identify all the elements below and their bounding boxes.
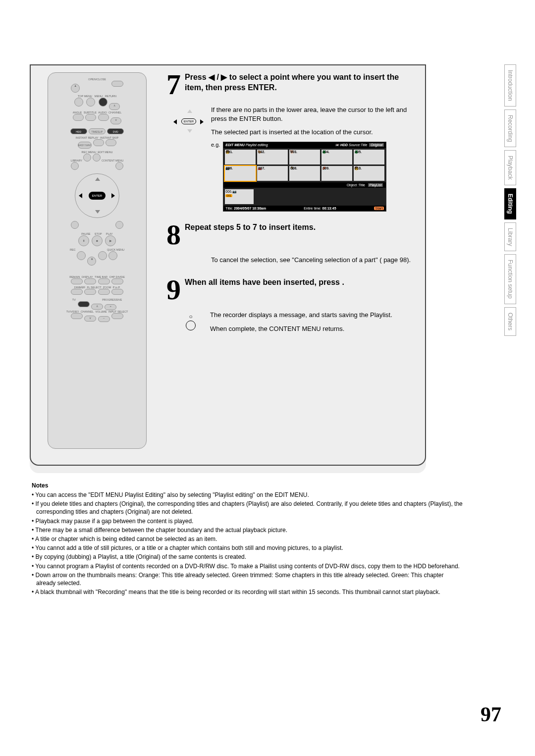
input-select-button [111,313,123,319]
edit-menu-button [93,154,101,162]
star-button: ★ [87,257,96,266]
section-tabs: Introduction Recording Playback Editing … [504,64,517,339]
note-item: Down arrow on the thumbnails means: Oran… [32,571,464,587]
note-item: You cannot program a Playlist of content… [32,562,464,570]
eject-button: ▲ [71,84,80,93]
skip-back-button [71,221,79,229]
thumb-005: 005.🌲 [354,150,384,164]
angle-button [73,114,84,121]
step-7: 7 Press ◀ / ▶ to select a point where yo… [166,72,414,97]
power-button [111,81,123,87]
step-8-desc: To cancel the selection, see "Canceling … [211,256,414,265]
dimmer-button [71,289,83,295]
step-number: 7 [166,72,181,97]
pause-button: ⏸ [78,235,89,246]
return-button [99,98,107,107]
timebar-button [98,278,110,284]
note-item: If you delete titles and chapters (Origi… [32,500,464,516]
library-button [71,162,79,170]
ch-up2-button: ∧ [91,304,103,310]
remain-button [71,278,83,284]
tab-library[interactable]: Library [504,222,516,252]
menu-button [86,98,95,107]
note-item: You cannot add a title of still pictures… [32,544,464,552]
skip-fwd-button [115,221,123,229]
tvvideo-button [71,313,83,319]
ch-down2-button: ∨ [84,316,96,322]
thumb-002: 002.🐎 [257,150,288,164]
quick-menu-button [108,251,117,260]
direction-pad: ENTER [75,173,119,218]
thumb-008: 008.🐧 [289,166,320,181]
pinp-button [111,289,123,295]
object-thumb: 006.📷 001 [225,189,254,204]
thumb-009: 009.⛵ [321,166,352,181]
vol-up-button: + [105,304,116,310]
notes-heading: Notes [32,482,464,489]
step-8: 8 Repeat steps 5 to 7 to insert items. [166,222,414,247]
page-content: OPEN/CLOSE ▲ TOP MENU MENU RETURN [30,64,495,597]
step-9: 9 When all items have been inserted, pre… [166,277,414,302]
top-menu-button [74,98,83,107]
audio-button [98,114,109,121]
tab-others[interactable]: Others [504,307,516,336]
note-item: You can access the "EDIT MENU Playlist E… [32,491,464,499]
thumb-004: 004.🌲 [321,150,352,164]
ch-down-button: ∨ [110,117,121,124]
step-number: 9 [166,277,181,302]
dvd-button: DVD [107,128,124,134]
instant-skip-button [106,139,116,146]
circle-button [98,251,107,260]
thumb-003: 003.🐕 [289,150,320,164]
step-9-title: When all items have been inserted, press… [185,277,414,288]
enter-label: ENTER [181,118,196,124]
right-arrow-icon [111,193,115,198]
step-8-title: Repeat steps 5 to 7 to insert items. [185,222,414,233]
left-arrow-icon [79,193,82,198]
chpdivide-button [111,278,123,284]
easy-navi-button: EASY NAVI [78,142,92,149]
play-button: ▶ [105,235,116,246]
edit-menu-screenshot: EDIT MENU Playlist editing 📼 HDD Source:… [223,142,386,212]
tab-recording[interactable]: Recording [504,109,516,148]
remote-illustration: OPEN/CLOSE ▲ TOP MENU MENU RETURN [38,72,157,449]
step-7-desc-1: If there are no parts in the lower area,… [211,106,414,123]
step-7-title: Press ◀ / ▶ to select a point where you … [185,72,414,93]
lbl: REC [70,248,76,251]
note-item: By copying (dubbing) a Playlist, a title… [32,553,464,561]
note-item: Playback may pause if a gap between the … [32,517,464,525]
lbl: TV [72,298,76,301]
ch-up-button: ∧ [109,103,120,110]
display-button [84,278,96,284]
down-arrow-icon [95,210,100,214]
tab-introduction[interactable]: Introduction [504,64,516,107]
page-number: 97 [481,702,501,726]
thumb-010: 010.🧑 [354,166,384,181]
circle-button-icon: ○ [184,314,197,331]
step-7-desc-2: The selected part is inserted at the loc… [211,128,414,137]
enter-button: ENTER [89,192,106,200]
thumb-001: 001.🧑 [225,150,256,164]
vol-down-button: − [98,316,110,322]
step-number: 8 [166,222,181,247]
step-9-desc-2: When complete, the CONTENT MENU returns. [210,324,414,333]
up-arrow-icon [95,177,100,181]
tab-function-setup[interactable]: Function setup [504,254,516,304]
thumb-006: 006.📷 [225,166,256,181]
hdd-button: HDD [70,128,87,134]
step-9-desc-1: The recorder displays a message, and sta… [210,311,414,320]
content-menu-button [115,162,123,170]
note-item: There may be a small difference between … [32,526,464,534]
tab-playback[interactable]: Playback [504,150,516,185]
flselect-button [84,289,96,295]
stop-button: ■ [92,235,103,246]
notes-section: Notes You can access the "EDIT MENU Play… [30,482,466,596]
zoom-button [98,289,110,295]
thumb-007: 007.🚗 [257,166,288,181]
note-item: A title or chapter which is being edited… [32,535,464,543]
tab-editing[interactable]: Editing [504,188,516,219]
timeslip-button: TIMESLIP [89,128,106,134]
note-item: A black thumbnail with "Recording" means… [32,588,464,596]
tv-power-button [78,301,90,307]
enter-pad-icon: ENTER [169,108,204,133]
